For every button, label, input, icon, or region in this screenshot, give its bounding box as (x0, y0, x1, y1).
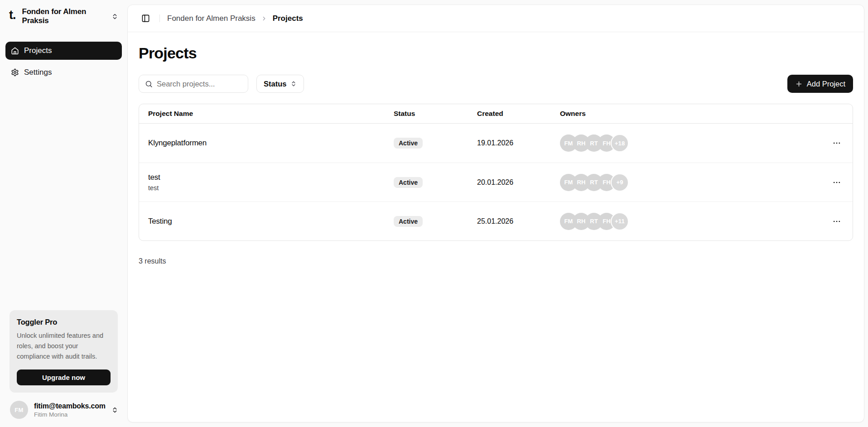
plus-icon (795, 80, 803, 88)
divider (159, 14, 160, 22)
breadcrumb: Fonden for Almen Praksis Projects (167, 14, 303, 23)
ellipsis-icon (832, 178, 841, 187)
owner-overflow-avatar: +11 (611, 212, 629, 230)
column-header-project-name: Project Name (148, 110, 394, 118)
panel-left-icon (141, 14, 150, 23)
page-title: Projects (139, 44, 853, 62)
ellipsis-icon (832, 139, 841, 148)
sidebar-nav: Projects Settings (5, 42, 122, 82)
owners-avatar-group: FMRHRTFH+18 (560, 134, 816, 152)
row-actions-button[interactable] (830, 215, 844, 228)
app-logo: t. (9, 9, 16, 24)
sidebar-item-label: Projects (24, 46, 52, 55)
upgrade-now-button[interactable]: Upgrade now (17, 369, 111, 385)
project-name: Testing (148, 217, 394, 226)
chevrons-up-down-icon (111, 407, 118, 413)
workspace-name: Fonden for Almen Praksis (22, 7, 106, 25)
gear-icon (11, 68, 19, 77)
owner-overflow-avatar: +9 (611, 173, 629, 192)
project-name-cell: Klyngeplatformen (148, 139, 394, 148)
promo-title: Toggler Pro (17, 318, 111, 326)
created-date: 19.01.2026 (477, 139, 560, 147)
chevrons-up-down-icon (111, 13, 118, 20)
status-badge: Active (394, 138, 423, 149)
table-row[interactable]: test test Active 20.01.2026 FMRHRTFH+9 (139, 163, 853, 202)
user-menu[interactable]: FM fitim@teamboks.com Fitim Morina (5, 401, 122, 420)
add-project-button[interactable]: Add Project (787, 75, 853, 93)
sidebar-item-projects[interactable]: Projects (5, 42, 122, 60)
add-project-label: Add Project (807, 80, 845, 88)
projects-table: Project Name Status Created Owners Klyng… (139, 104, 853, 241)
column-header-created: Created (477, 110, 560, 118)
sidebar: t. Fonden for Almen Praksis Projects Set… (0, 0, 127, 427)
breadcrumb-workspace-link[interactable]: Fonden for Almen Praksis (167, 14, 256, 23)
project-name-cell: Testing (148, 217, 394, 226)
page-content: Projects Status Add Project (128, 44, 864, 265)
status-badge: Active (394, 216, 423, 227)
actions-cell (816, 176, 844, 189)
topbar: Fonden for Almen Praksis Projects (128, 5, 864, 32)
status-cell: Active (394, 138, 477, 149)
search-input[interactable] (157, 80, 242, 88)
ellipsis-icon (832, 217, 841, 226)
chevron-right-icon (261, 15, 267, 22)
status-cell: Active (394, 216, 477, 227)
sidebar-toggle-button[interactable] (139, 12, 152, 25)
controls-row: Status Add Project (139, 75, 853, 93)
column-header-status: Status (394, 110, 477, 118)
status-cell: Active (394, 177, 477, 188)
sidebar-item-settings[interactable]: Settings (5, 63, 122, 82)
row-actions-button[interactable] (830, 136, 844, 150)
actions-cell (816, 215, 844, 228)
owners-avatar-group: FMRHRTFH+9 (560, 173, 816, 192)
created-date: 20.01.2026 (477, 178, 560, 187)
results-count: 3 results (139, 257, 853, 265)
sidebar-item-label: Settings (24, 68, 52, 77)
project-name: test (148, 173, 394, 182)
created-date: 25.01.2026 (477, 217, 560, 225)
breadcrumb-current: Projects (273, 14, 303, 23)
home-icon (11, 47, 19, 55)
owners-avatar-group: FMRHRTFH+11 (560, 212, 816, 230)
search-box[interactable] (139, 75, 248, 93)
table-row[interactable]: Testing Active 25.01.2026 FMRHRTFH+11 (139, 202, 853, 240)
chevrons-up-down-icon (290, 81, 297, 87)
actions-cell (816, 136, 844, 150)
status-filter-label: Status (264, 80, 286, 88)
table-header-row: Project Name Status Created Owners (139, 104, 853, 124)
table-row[interactable]: Klyngeplatformen Active 19.01.2026 FMRHR… (139, 124, 853, 163)
project-name-cell: test test (148, 173, 394, 192)
status-badge: Active (394, 177, 423, 188)
project-name: Klyngeplatformen (148, 139, 394, 148)
project-description: test (148, 184, 394, 192)
row-actions-button[interactable] (830, 176, 844, 189)
user-avatar: FM (10, 401, 28, 419)
column-header-owners: Owners (560, 110, 816, 118)
user-email: fitim@teamboks.com (34, 402, 106, 410)
promo-description: Unlock unlimited features and roles, and… (17, 331, 111, 362)
upgrade-promo-card: Toggler Pro Unlock unlimited features an… (10, 310, 118, 393)
workspace-switcher[interactable]: t. Fonden for Almen Praksis (5, 8, 122, 24)
user-name: Fitim Morina (34, 411, 106, 418)
owner-overflow-avatar: +18 (611, 134, 629, 152)
status-filter-button[interactable]: Status (256, 75, 304, 93)
search-icon (145, 80, 153, 88)
main-content-card: Fonden for Almen Praksis Projects Projec… (127, 5, 864, 422)
table-body: Klyngeplatformen Active 19.01.2026 FMRHR… (139, 124, 853, 240)
